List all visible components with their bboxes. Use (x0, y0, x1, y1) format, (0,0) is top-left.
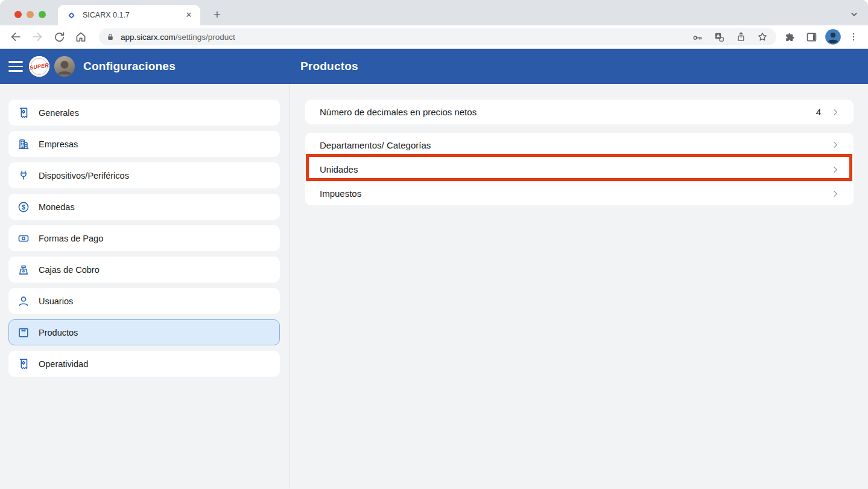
sidebar-item-label: Monedas (39, 202, 75, 212)
sidebar-item-generales[interactable]: Generales (8, 100, 280, 126)
back-button[interactable] (7, 28, 24, 45)
settings-sidebar: Generales Empresas Dispositivos/Periféri… (0, 84, 290, 488)
cash-register-icon (17, 263, 30, 276)
row-numero-decimales[interactable]: Número de decimales en precios netos 4 (305, 100, 854, 124)
extensions-puzzle-icon[interactable] (781, 28, 798, 45)
package-icon (17, 326, 30, 339)
translate-icon[interactable]: A (711, 29, 727, 45)
sidebar-item-label: Formas de Pago (39, 234, 103, 243)
browser-menu-dots-icon[interactable] (845, 28, 862, 45)
company-logo[interactable]: SUPER (29, 56, 49, 77)
sidebar-item-productos[interactable]: Productos (8, 319, 280, 345)
reload-button[interactable] (51, 28, 68, 45)
svg-text:$: $ (22, 203, 25, 210)
sidebar-item-empresas[interactable]: Empresas (8, 131, 280, 157)
bookmark-star-icon[interactable] (755, 29, 770, 45)
row-unidades[interactable]: Unidades (305, 157, 854, 181)
sidebar-item-label: Cajas de Cobro (39, 265, 100, 275)
sidebar-item-label: Empresas (39, 139, 78, 149)
chevron-right-icon (831, 107, 840, 117)
chevron-right-icon (831, 165, 840, 174)
receipt-icon (17, 357, 30, 371)
browser-profile-avatar[interactable] (825, 28, 841, 45)
url-text[interactable]: app.sicarx.com/settings/product (121, 33, 683, 42)
minimize-window-button[interactable] (27, 11, 34, 18)
hamburger-menu-icon[interactable] (8, 61, 23, 72)
sidebar-item-label: Dispositivos/Periféricos (39, 171, 129, 181)
content-area: Generales Empresas Dispositivos/Periféri… (0, 84, 868, 488)
row-label: Número de decimales en precios netos (320, 107, 816, 117)
row-label: Departamentos/ Categorías (320, 140, 831, 150)
app-header-right: Productos (290, 60, 868, 73)
window-controls (14, 11, 46, 18)
receipt-icon (17, 106, 30, 120)
app-header: SUPER Configuraciones Productos (0, 49, 868, 84)
chevron-right-icon (831, 189, 840, 199)
sidebar-item-cajas-de-cobro[interactable]: Cajas de Cobro (8, 257, 280, 283)
sidebar-item-usuarios[interactable]: Usuarios (8, 288, 280, 314)
tab-search-chevron-icon[interactable] (847, 8, 861, 21)
row-label: Unidades (320, 164, 831, 174)
sidebar-item-label: Operatividad (39, 359, 88, 369)
zoom-window-button[interactable] (39, 11, 46, 18)
page-title-left: Configuraciones (83, 60, 176, 73)
row-label: Impuestos (320, 188, 831, 199)
browser-toolbar: app.sicarx.com/settings/product A (0, 25, 868, 49)
plug-icon (17, 169, 30, 182)
url-path: /settings/product (176, 33, 235, 42)
lock-icon (106, 33, 115, 42)
new-tab-button[interactable]: + (209, 7, 226, 24)
row-value: 4 (816, 107, 821, 117)
row-departamentos-categorias[interactable]: Departamentos/ Categorías (305, 133, 854, 157)
chevron-right-icon (831, 140, 840, 150)
product-settings-group: Departamentos/ Categorías Unidades Impue… (305, 133, 854, 205)
settings-main-panel: Número de decimales en precios netos 4 D… (290, 84, 868, 488)
share-icon[interactable] (733, 29, 749, 45)
user-avatar[interactable] (54, 56, 75, 77)
password-key-icon[interactable] (689, 29, 705, 45)
person-icon (17, 295, 30, 308)
sidebar-item-formas-de-pago[interactable]: Formas de Pago (8, 225, 280, 251)
tab-strip: SICARX 0.1.7 ✕ + (0, 0, 868, 25)
sidebar-item-label: Generales (39, 108, 79, 118)
browser-tab[interactable]: SICARX 0.1.7 ✕ (58, 5, 200, 25)
row-impuestos[interactable]: Impuestos (305, 181, 854, 205)
address-bar[interactable]: app.sicarx.com/settings/product A (99, 28, 776, 45)
page-title-right: Productos (300, 60, 868, 73)
close-window-button[interactable] (14, 11, 22, 18)
tab-title: SICARX 0.1.7 (83, 11, 183, 19)
sidebar-item-label: Usuarios (39, 296, 73, 306)
building-icon (17, 138, 30, 151)
tab-close-icon[interactable]: ✕ (183, 10, 194, 21)
sidebar-item-label: Productos (39, 328, 78, 337)
home-button[interactable] (72, 28, 89, 45)
forward-button[interactable] (29, 28, 46, 45)
sidebar-item-dispositivos[interactable]: Dispositivos/Periféricos (8, 162, 280, 188)
side-panel-icon[interactable] (803, 28, 820, 45)
company-logo-text: SUPER (29, 62, 49, 71)
app-header-left: SUPER Configuraciones (0, 56, 290, 77)
banknote-icon (17, 232, 30, 245)
sidebar-item-operatividad[interactable]: Operatividad (8, 351, 280, 377)
sidebar-item-monedas[interactable]: $ Monedas (8, 194, 280, 220)
coin-icon: $ (17, 200, 30, 214)
sicarx-favicon-diamond-icon (66, 10, 77, 21)
url-domain: app.sicarx.com (121, 33, 176, 42)
browser-window: SICARX 0.1.7 ✕ + app.sicarx.com/settings… (0, 0, 868, 489)
